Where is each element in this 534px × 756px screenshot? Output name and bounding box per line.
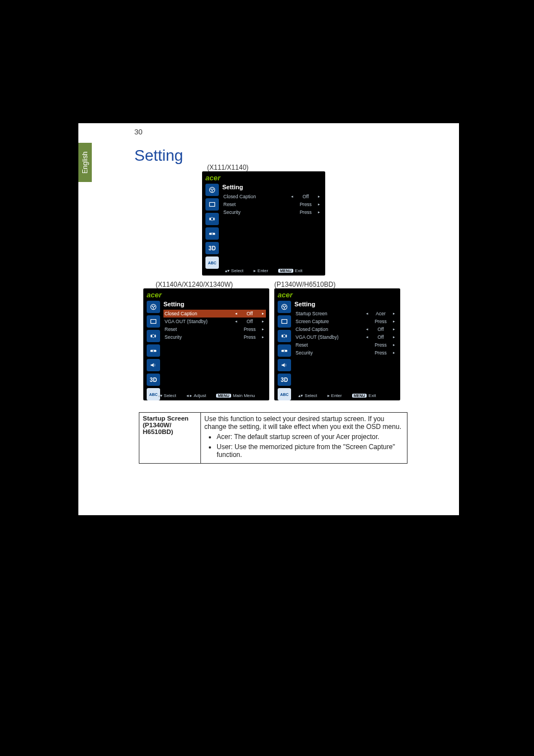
panel-title: Setting [222, 184, 322, 190]
svg-point-13 [153, 350, 154, 351]
updown-icon: ▴▾ [225, 268, 229, 273]
osd-row: ResetPress▸ [294, 341, 397, 349]
image-tab-icon [278, 315, 291, 328]
row-label: Security [222, 209, 289, 215]
brand-logo: acer [143, 288, 269, 299]
model-label-2: (X1140A/X1240/X1340W) [156, 281, 233, 288]
arrow-right-icon: ▸ [316, 202, 322, 207]
arrow-right-icon: ▸ [260, 319, 266, 324]
row-label: Reset [294, 342, 364, 348]
arrow-right-icon: ▸ [316, 194, 322, 199]
arrow-right-icon: ▸ [391, 335, 397, 339]
model-label-3: (P1340W/H6510BD) [274, 281, 335, 288]
svg-point-7 [151, 304, 156, 309]
osd-row: Closed Caption◂Off▸ [222, 193, 322, 200]
right-icon: ▸ [327, 393, 330, 398]
row-label: Reset [163, 326, 233, 332]
menu-badge: MENU [216, 394, 231, 398]
right-icon: ▸ [254, 268, 256, 273]
row-value: Press [295, 202, 316, 207]
footer-enter: Enter [331, 393, 342, 398]
footer-exit: Exit [295, 268, 302, 273]
svg-rect-18 [282, 320, 287, 324]
row-label: Screen Capture [294, 319, 364, 324]
table-cell-feature: Startup Screen (P1340W/ H6510BD) [139, 413, 201, 464]
arrow-right-icon: ▸ [260, 311, 266, 316]
tab-column: 3D ABC [147, 301, 161, 400]
svg-point-9 [154, 306, 155, 307]
arrow-left-icon: ◂ [364, 335, 370, 339]
row-label: Security [294, 350, 364, 356]
footer-enter: Enter [257, 268, 268, 273]
osd-row: ResetPress▸ [222, 200, 322, 208]
osd-screenshot-3: acer 3D ABC Setting Startup Screen◂Acer▸… [274, 288, 400, 400]
svg-rect-11 [151, 320, 156, 324]
osd-panel: Setting Closed Caption◂Off▸ ResetPress▸ … [222, 184, 322, 216]
row-value: Press [370, 342, 391, 348]
osd-screenshot-2: acer 3D ABC Setting Closed Caption◂Off▸ … [143, 288, 269, 400]
row-value: Off [370, 334, 391, 340]
arrow-left-icon: ◂ [364, 327, 370, 332]
row-label: Startup Screen [294, 311, 364, 316]
osd-row-selected: Closed Caption◂Off▸ [163, 310, 266, 318]
menu-badge: MENU [278, 269, 293, 273]
osd-row: VGA OUT (Standby)◂Off▸ [163, 318, 266, 325]
setting-tab-icon [205, 213, 219, 225]
svg-point-6 [212, 233, 213, 234]
color-tab-icon [205, 184, 219, 196]
color-tab-icon [278, 301, 291, 313]
row-value: Off [370, 326, 391, 332]
image-tab-icon [205, 198, 219, 211]
svg-rect-4 [209, 203, 214, 207]
management-tab-icon [147, 344, 160, 357]
updown-icon: ▴▾ [158, 393, 162, 398]
3d-tab-icon: 3D [147, 374, 160, 386]
row-label: Reset [222, 202, 289, 207]
osd-row: VGA OUT (Standby)◂Off▸ [294, 333, 397, 341]
arrow-left-icon: ◂ [289, 194, 295, 199]
row-value: Press [239, 334, 260, 340]
svg-point-14 [282, 304, 287, 309]
osd-footer: ▴▾Select ◂ ▸Adjust MENUMain Menu [143, 393, 269, 398]
svg-point-15 [283, 306, 284, 307]
management-tab-icon [205, 227, 219, 240]
desc-bullet: User: Use the memorized picture from the… [217, 443, 404, 459]
arrow-left-icon: ◂ [364, 311, 370, 316]
management-tab-icon [278, 344, 291, 357]
model-label-1: (X111/X1140) [207, 164, 249, 171]
tab-column: 3D ABC [278, 301, 292, 400]
image-tab-icon [147, 315, 160, 328]
row-label: Security [163, 334, 233, 340]
audio-tab-icon [278, 359, 291, 371]
arrow-right-icon: ▸ [391, 343, 397, 347]
arrow-right-icon: ▸ [391, 351, 397, 355]
row-value: Off [295, 194, 316, 199]
arrow-right-icon: ▸ [391, 311, 397, 316]
svg-point-20 [284, 350, 285, 351]
osd-footer: ▴▾Select ▸Enter MENUExit [274, 393, 400, 398]
osd-footer: ▴▾Select ▸Enter MENUExit [202, 268, 325, 273]
row-value: Press [295, 209, 316, 215]
svg-point-10 [153, 307, 154, 309]
footer-exit: Exit [368, 393, 376, 398]
footer-select: Select [305, 393, 317, 398]
row-label: Closed Caption [222, 194, 289, 199]
arrow-right-icon: ▸ [260, 327, 266, 332]
svg-point-17 [284, 307, 285, 309]
row-value: Press [370, 319, 391, 324]
brand-logo: acer [202, 171, 325, 182]
svg-point-1 [210, 189, 212, 190]
leftright-icon: ◂ ▸ [186, 393, 192, 398]
osd-row: Startup Screen◂Acer▸ [294, 310, 397, 318]
row-label: VGA OUT (Standby) [163, 319, 233, 324]
osd-row: SecurityPress▸ [294, 349, 397, 357]
arrow-right-icon: ▸ [391, 327, 397, 332]
footer-mainmenu: Main Menu [233, 393, 255, 398]
footer-select: Select [164, 393, 176, 398]
row-label: Closed Caption [294, 326, 364, 332]
osd-row: SecurityPress▸ [222, 208, 322, 216]
svg-point-16 [285, 306, 286, 307]
panel-title: Setting [294, 301, 397, 307]
desc-bullet: Acer: The default startup screen of your… [217, 433, 404, 441]
language-tab-icon: ABC [205, 256, 219, 269]
